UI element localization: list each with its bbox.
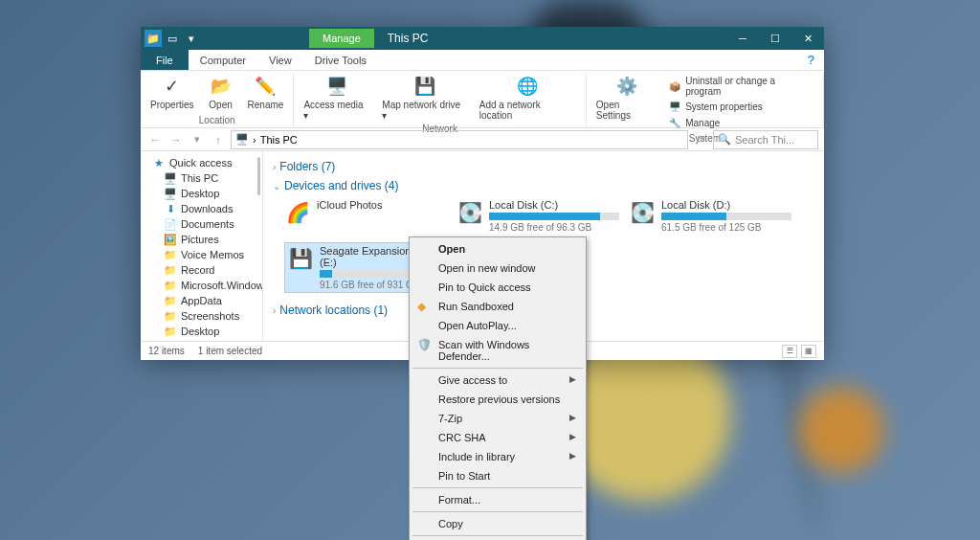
folder-icon: 📁 [164, 248, 177, 261]
menu-computer[interactable]: Computer [189, 50, 257, 70]
nav-screenshots[interactable]: 📁Screenshots [141, 308, 262, 324]
qat-dropdown-icon[interactable]: ▾ [183, 30, 200, 47]
star-icon: ★ [152, 156, 166, 169]
ctx-crc-sha[interactable]: CRC SHA▶ [412, 428, 584, 447]
ribbon-map-drive[interactable]: 💾Map network drive ▾ [376, 73, 473, 123]
nav-mswin[interactable]: 📁Microsoft.WindowsTe [141, 278, 262, 293]
ribbon-rename[interactable]: ✏️Rename [242, 73, 290, 114]
qat-properties-icon[interactable]: ▭ [164, 30, 181, 47]
maximize-button[interactable]: ☐ [759, 27, 791, 50]
menu-file[interactable]: File [141, 50, 189, 70]
ctx-autoplay[interactable]: Open AutoPlay... [412, 316, 584, 335]
ctx-pin-start[interactable]: Pin to Start [412, 466, 584, 485]
ctx-pin-quick[interactable]: Pin to Quick access [412, 278, 584, 297]
folder-icon: 📁 [164, 279, 177, 292]
status-items: 12 items [148, 346, 185, 356]
separator [412, 487, 583, 488]
ribbon-open-settings[interactable]: ⚙️Open Settings [590, 73, 662, 132]
help-icon[interactable]: ? [798, 50, 824, 70]
address-field[interactable]: 🖥️ › This PC [231, 130, 688, 149]
sysmenu-icon[interactable]: 📁 [145, 30, 162, 47]
nav-up[interactable]: ↑ [210, 131, 227, 148]
search-icon: 🔍 [718, 133, 731, 146]
documents-icon: 📄 [164, 217, 177, 231]
ribbon-properties[interactable]: ✓Properties [145, 73, 200, 114]
nav-desktop[interactable]: 🖥️Desktop [141, 186, 262, 201]
ribbon-access-media[interactable]: 🖥️Access media ▾ [298, 73, 376, 123]
view-tiles-button[interactable]: ▦ [801, 345, 816, 358]
nav-pictures[interactable]: 🖼️Pictures [141, 232, 262, 247]
sandbox-icon: ◆ [417, 300, 433, 315]
pictures-icon: 🖼️ [164, 233, 177, 246]
section-devices[interactable]: ⌄Devices and drives (4) [273, 176, 814, 195]
nav-this-pc[interactable]: 🖥️This PC [141, 170, 262, 186]
folder-icon: 📁 [164, 325, 177, 338]
section-folders[interactable]: ›Folders (7) [273, 157, 814, 176]
media-icon: 🖥️ [325, 75, 348, 98]
ctx-copy[interactable]: Copy [412, 514, 584, 533]
chevron-right-icon: ▶ [569, 413, 576, 422]
refresh-button[interactable]: ⟳ [692, 133, 709, 146]
ctx-run-sandboxed[interactable]: ◆Run Sandboxed [412, 297, 584, 316]
nav-voice-memos[interactable]: 📁Voice Memos [141, 247, 262, 262]
menu-view[interactable]: View [257, 50, 303, 70]
separator [412, 535, 583, 536]
window-title: This PC [388, 32, 429, 45]
ribbon-uninstall[interactable]: 📦Uninstall or change a program [666, 75, 815, 98]
ribbon-open[interactable]: 📂Open [200, 73, 242, 114]
settings-icon: ⚙️ [615, 75, 638, 98]
nav-recent[interactable]: ▾ [189, 131, 206, 148]
map-drive-icon: 💾 [413, 75, 436, 98]
chevron-right-icon: › [273, 162, 276, 172]
nav-appdata[interactable]: 📁AppData [141, 293, 262, 308]
folder-icon: 📁 [164, 294, 177, 307]
sysprops-icon: 🖥️ [668, 100, 681, 113]
ctx-give-access[interactable]: Give access to▶ [412, 371, 584, 390]
ctx-format[interactable]: Format... [412, 490, 584, 509]
nav-forward[interactable]: → [167, 131, 185, 148]
chevron-right-icon: › [273, 305, 276, 316]
ctx-7zip[interactable]: 7-Zip▶ [412, 409, 584, 428]
rename-icon: ✏️ [254, 75, 277, 98]
ctx-include-library[interactable]: Include in library▶ [412, 447, 584, 466]
ribbon-system-properties[interactable]: 🖥️System properties [666, 99, 815, 114]
ctx-restore[interactable]: Restore previous versions [412, 390, 584, 409]
folder-icon: 📁 [164, 263, 177, 277]
context-menu: Open Open in new window Pin to Quick acc… [409, 236, 587, 540]
drive-c[interactable]: 💽 Local Disk (C:) 14.9 GB free of 96.3 G… [457, 199, 619, 233]
nav-documents[interactable]: 📄Documents [141, 216, 262, 232]
menu-drive-tools[interactable]: Drive Tools [303, 50, 378, 70]
tab-manage[interactable]: Manage [309, 29, 374, 48]
ribbon-add-location[interactable]: 🌐Add a network location [474, 73, 582, 123]
drive-d[interactable]: 💽 Local Disk (D:) 61.5 GB free of 125 GB [629, 199, 791, 233]
navigation-pane[interactable]: ★Quick access 🖥️This PC 🖥️Desktop ⬇Downl… [141, 151, 263, 341]
drive-icloud[interactable]: 🌈 iCloud Photos [284, 199, 447, 233]
chevron-down-icon: ⌄ [273, 181, 280, 191]
drive-icon: 💽 [457, 199, 483, 226]
nav-downloads[interactable]: ⬇Downloads [141, 201, 262, 216]
minimize-button[interactable]: ─ [726, 27, 759, 50]
nav-record[interactable]: 📁Record [141, 262, 262, 278]
nav-quick-access[interactable]: ★Quick access [141, 155, 262, 170]
menubar: File Computer View Drive Tools ? [141, 50, 824, 71]
address-bar: ← → ▾ ↑ 🖥️ › This PC ⟳ 🔍 Search Thi... [141, 128, 824, 151]
status-selected: 1 item selected [198, 346, 262, 356]
chevron-right-icon: ▶ [569, 374, 576, 384]
ctx-open-new-window[interactable]: Open in new window [412, 259, 584, 278]
chevron-right-icon: ▶ [569, 451, 576, 461]
uninstall-icon: 📦 [668, 79, 681, 93]
manage-icon: 🔧 [668, 116, 681, 129]
nav-desktop2[interactable]: 📁Desktop [141, 324, 262, 339]
view-details-button[interactable]: ☰ [782, 345, 797, 358]
close-button[interactable]: ✕ [791, 27, 824, 50]
scrollbar[interactable] [257, 157, 260, 195]
ctx-open[interactable]: Open [412, 239, 584, 259]
desktop-icon: 🖥️ [164, 187, 177, 200]
icloud-icon: 🌈 [284, 199, 311, 226]
downloads-icon: ⬇ [164, 202, 177, 215]
search-input[interactable]: 🔍 Search Thi... [713, 130, 818, 149]
group-location-label: Location [145, 114, 289, 127]
pc-icon: 🖥️ [235, 133, 249, 146]
nav-back[interactable]: ← [146, 131, 164, 148]
ctx-defender[interactable]: 🛡️Scan with Windows Defender... [412, 335, 584, 366]
